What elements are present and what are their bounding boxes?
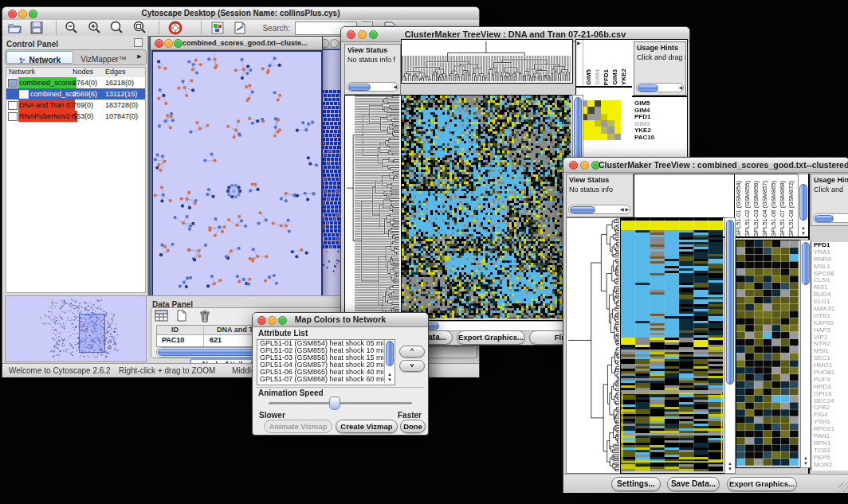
row-id: PAC10 [162,335,184,345]
tv1-column-labels: GIM5GIM4PFD1GIM3YKE2PAC10 [585,40,630,85]
attribute-list-item[interactable]: GPL51-07 (GSM868) heat shock 60 min [257,376,395,383]
network-name: RNAPuberNov2+| [18,111,77,122]
tv2-heatmap-vscrollbar[interactable]: ▲▼ [724,217,736,474]
tv2-view-status-scrollbar[interactable]: ◀ ▶ [568,205,630,214]
tv2-zoom-heatmap[interactable] [736,240,799,466]
attribute-list-scrollbar[interactable]: ▲▼ [384,340,395,383]
vizmap-icon[interactable] [210,21,228,37]
close-button[interactable] [569,161,578,170]
tv2-settings-button[interactable]: Settings... [611,477,661,491]
nodes-count: 2764(0) [73,77,97,88]
id-column-header[interactable]: ID [171,326,179,334]
zoom-in-icon[interactable] [88,21,105,37]
edges-count: 16218(0) [105,77,134,88]
tv1-similarity-heatmap[interactable] [581,100,621,140]
document-icon [8,101,18,110]
tv1-collabel-scroll-strip[interactable]: ▶ [576,40,583,85]
matrix-cell [587,134,594,140]
tv2-usage-hints-panel: Usage Hints Click and [811,174,848,226]
search-label: Search: [262,24,289,33]
tab-vizmapper[interactable]: VizMapper™ [73,51,134,62]
network-window-combined: combined_scores_good.txt--cluste... [150,36,323,300]
matrix-cell [595,114,601,120]
overview-canvas[interactable] [6,296,144,360]
network-view-canvas[interactable] [153,52,318,295]
zoom-fit-icon[interactable] [110,21,128,37]
trash-icon[interactable] [199,310,217,326]
row-value: 621 [210,335,222,345]
network-table-row[interactable]: RNAPuberNov2+|563(0)107847(0) [6,111,145,122]
tv2-row-dendrogram[interactable] [567,218,619,471]
attribute-list-label: Attribute List [258,329,308,338]
tv1-gene-label: PAC10 [634,135,682,142]
tv2-export-graphics-button[interactable]: Export Graphics... [727,477,797,491]
tv2-column-label: GPL51-07 (GSM868) [779,181,787,237]
speed-slider-track[interactable] [269,402,412,404]
tv1-column-label: PAC10 [629,65,630,85]
tv2-heatmap[interactable] [621,218,723,471]
float-panel-icon[interactable] [134,38,143,47]
tv1-usage-hints-scrollbar[interactable]: ◀ [636,83,684,92]
network-name: combined_sco [29,88,77,100]
tv1-column-label: YKE2 [620,68,628,85]
minimize-button[interactable] [330,39,339,48]
new-doc-icon[interactable] [176,310,194,326]
document-icon [8,112,18,121]
network-table-row[interactable]: DNA and Tran 07769(0)183728(0) [6,100,145,111]
tv1-column-dendrogram[interactable] [402,40,571,81]
tv1-heatmap[interactable] [402,96,571,318]
network-window-titlebar[interactable]: combined_scores_good.txt--cluste... [151,37,322,50]
network-tab-icon [19,57,26,64]
network-table-row[interactable]: combined_scores2764(0)16218(0) [6,77,145,88]
document-icon [19,90,29,99]
tv2-column-label: GPL51-01 (GSM854) [735,181,743,237]
speed-slider-thumb[interactable] [329,397,340,410]
attribute-listbox[interactable]: ▲▼ GPL51-01 (GSM854) heat shock 05 minGP… [257,339,395,385]
open-folder-icon[interactable] [7,21,25,37]
tv2-title: ClusterMaker TreeView : combined_scores_… [599,158,848,172]
main-titlebar[interactable]: Cytoscape Desktop (Session Name: collins… [2,7,479,21]
desktop: Cytoscape Desktop (Session Name: collins… [0,0,848,504]
tv1-row-dendrogram[interactable] [345,96,399,318]
tv1-view-status-scrollbar[interactable]: ◀ [347,82,398,92]
tv1-view-status-panel: View Status No status info f ◀ [344,44,401,95]
dialog-titlebar[interactable]: Map Colors to Network [253,313,428,327]
network-table-row[interactable]: combined_sco2569(6)13112(15) [6,88,145,100]
network-name: DNA and Tran 07 [18,100,75,111]
move-down-button[interactable]: v [399,360,425,372]
control-panel: Control Panel Network VizMapper™ ▶ Netwo… [2,36,148,363]
tv2-usage-hints-scrollbar[interactable] [813,213,848,223]
zoom-selected-icon[interactable] [133,21,151,37]
treeview-combined-window: ClusterMaker TreeView : combined_scores_… [563,157,848,493]
tv2-save-data-button[interactable]: Save Data... [667,477,720,491]
tab-network[interactable]: Network [6,51,73,64]
overview-viewport-rect[interactable] [79,314,105,353]
tv1-export-graphics-button[interactable]: Export Graphics... [457,330,525,345]
table-icon[interactable] [155,310,172,326]
tv2-titlebar[interactable]: ClusterMaker TreeView : combined_scores_… [563,158,848,173]
resize-grip[interactable] [838,483,848,492]
matrix-cell [601,114,607,120]
help-lifering-icon[interactable] [168,21,186,37]
animate-vizmap-button[interactable]: Animate Vizmap [264,420,332,433]
create-vizmap-button[interactable]: Create Vizmap [336,420,398,433]
tab-overflow-button[interactable]: ▶ [135,52,144,61]
minimize-button[interactable] [164,39,173,48]
tv2-column-label: GPL51-06 (GSM865) [770,181,778,237]
matrix-cell [607,127,614,133]
save-icon[interactable] [29,21,47,37]
nodes-count: 2569(6) [73,88,97,100]
move-up-button[interactable]: ^ [399,346,425,357]
tv2-zoom-vscrollbar[interactable]: ▲▼ [800,240,811,468]
done-button[interactable]: Done [400,420,426,433]
zoom-button[interactable] [174,39,183,48]
control-panel-tabs: Network VizMapper™ ▶ [5,49,147,65]
tv2-gene-list: PFD1YRA1RNR4MSL1SPC98CLN1NIS1BUD4ELG1MAK… [811,242,848,471]
tv2-collabels-vscrollbar[interactable]: ▲▼ [798,174,809,238]
matrix-cell [614,114,621,120]
minimize-button[interactable] [580,161,589,170]
matrix-cell [607,100,614,107]
annotation-icon[interactable] [233,21,250,37]
close-button[interactable] [155,39,163,48]
zoom-out-icon[interactable] [65,21,82,37]
